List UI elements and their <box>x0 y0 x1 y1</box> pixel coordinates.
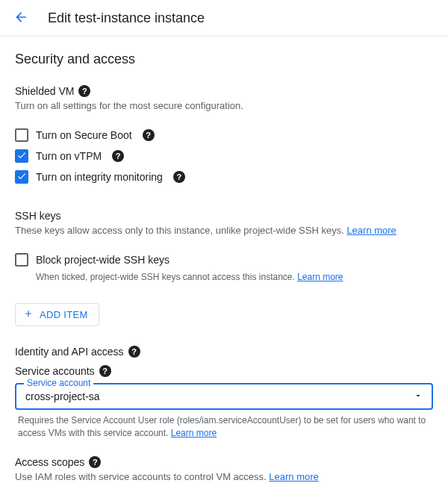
integrity-monitoring-label: Turn on integrity monitoring <box>36 171 163 183</box>
help-icon[interactable]: ? <box>173 171 185 183</box>
service-account-floating-label: Service account <box>24 378 93 388</box>
ssh-keys-learn-more-link[interactable]: Learn more <box>346 225 396 236</box>
help-icon[interactable]: ? <box>128 346 140 358</box>
vtpm-checkbox[interactable] <box>15 149 28 163</box>
access-scopes-heading: Access scopes <box>15 456 84 468</box>
access-scopes-desc: Use IAM roles with service accounts to c… <box>15 471 269 482</box>
page-title: Edit test-instance instance <box>48 10 205 26</box>
service-accounts-heading: Service accounts <box>15 365 95 377</box>
help-icon[interactable]: ? <box>112 150 124 162</box>
check-icon <box>16 171 27 184</box>
block-ssh-learn-more-link[interactable]: Learn more <box>297 272 343 282</box>
block-ssh-checkbox[interactable] <box>15 253 28 267</box>
content: Security and access Shielded VM ? Turn o… <box>0 37 448 486</box>
help-icon[interactable]: ? <box>99 365 111 377</box>
service-account-select[interactable]: Service account cross-project-sa <box>15 383 433 410</box>
section-title: Security and access <box>15 52 433 67</box>
service-account-value: cross-project-sa <box>25 390 414 402</box>
chevron-down-icon <box>414 390 423 402</box>
access-scopes-section: Access scopes ? Use IAM roles with servi… <box>15 456 433 482</box>
shielded-vm-desc: Turn on all settings for the most secure… <box>15 100 433 111</box>
help-icon[interactable]: ? <box>78 85 90 97</box>
back-button[interactable] <box>12 9 30 27</box>
check-icon <box>16 150 27 163</box>
vtpm-label: Turn on vTPM <box>36 150 102 162</box>
identity-heading: Identity and API access <box>15 346 124 358</box>
add-item-button[interactable]: ADD ITEM <box>15 303 99 326</box>
shielded-vm-section: Shielded VM ? Turn on all settings for t… <box>15 85 433 187</box>
access-scopes-learn-more-link[interactable]: Learn more <box>269 471 318 482</box>
shielded-vm-heading: Shielded VM <box>15 85 74 97</box>
plus-icon <box>23 308 34 321</box>
secure-boot-checkbox[interactable] <box>15 128 28 142</box>
identity-section: Identity and API access ? Service accoun… <box>15 346 433 440</box>
help-icon[interactable]: ? <box>143 129 155 141</box>
arrow-back-icon <box>13 10 28 27</box>
ssh-keys-heading: SSH keys <box>15 210 60 222</box>
help-icon[interactable]: ? <box>89 456 101 468</box>
integrity-monitoring-checkbox[interactable] <box>15 170 28 184</box>
service-account-helper: Requires the Service Account User role (… <box>18 415 426 438</box>
block-ssh-sub: When ticked, project-wide SSH keys canno… <box>36 272 297 282</box>
ssh-keys-section: SSH keys These keys allow access only to… <box>15 210 433 326</box>
add-item-label: ADD ITEM <box>40 309 88 320</box>
secure-boot-label: Turn on Secure Boot <box>36 129 132 141</box>
block-ssh-label: Block project-wide SSH keys <box>36 254 169 266</box>
ssh-keys-desc: These keys allow access only to this ins… <box>15 225 346 236</box>
page-header: Edit test-instance instance <box>0 0 448 37</box>
service-account-learn-more-link[interactable]: Learn more <box>171 428 217 438</box>
